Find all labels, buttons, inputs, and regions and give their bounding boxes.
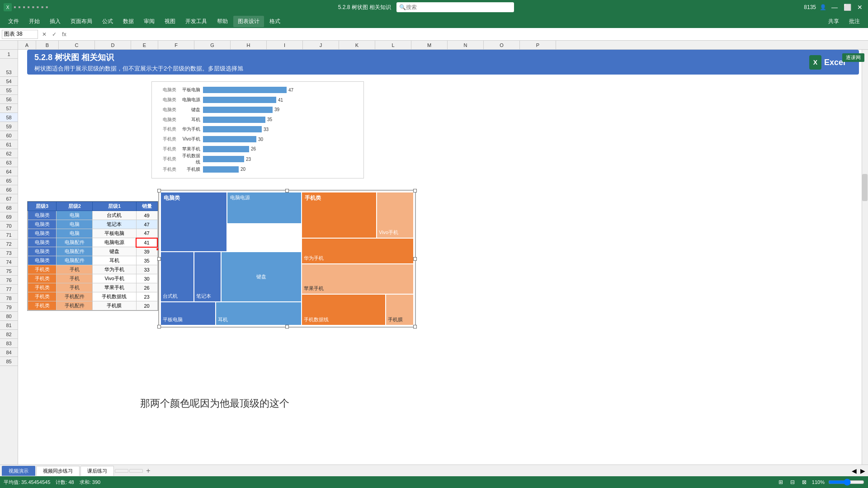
handle-tm[interactable] xyxy=(285,189,289,192)
menu-home[interactable]: 开始 xyxy=(24,16,44,27)
col-header-k[interactable]: K xyxy=(339,41,375,49)
table-row[interactable]: 电脑类 电脑 台式机 49 xyxy=(28,211,158,220)
insert-function-button[interactable]: fx xyxy=(60,30,69,39)
menu-dev[interactable]: 开发工具 xyxy=(181,16,212,27)
row-header-63[interactable]: 63 xyxy=(0,158,18,167)
handle-mr[interactable] xyxy=(413,257,417,261)
close-button[interactable]: ✕ xyxy=(855,3,864,12)
row-header-80[interactable]: 80 xyxy=(0,312,18,321)
cancel-formula-button[interactable]: ✕ xyxy=(40,30,49,39)
row-header-70[interactable]: 70 xyxy=(0,221,18,230)
table-row[interactable]: 手机类 手机 Vivo手机 30 xyxy=(28,274,158,283)
menu-help[interactable]: 帮助 xyxy=(212,16,232,27)
row-header-66[interactable]: 66 xyxy=(0,185,18,194)
scrollbar-thumb[interactable] xyxy=(862,174,868,201)
row-header-82[interactable]: 82 xyxy=(0,330,18,339)
table-row[interactable]: 电脑类 电脑配件 耳机 35 xyxy=(28,256,158,265)
row-header-54[interactable]: 54 xyxy=(0,77,18,86)
table-row[interactable]: 电脑类 电脑配件 电脑电源 41 xyxy=(28,238,158,247)
row-header-81[interactable]: 81 xyxy=(0,321,18,330)
minimize-button[interactable]: — xyxy=(830,3,839,12)
col-header-h[interactable]: H xyxy=(231,41,267,49)
search-input[interactable] xyxy=(406,4,511,10)
col-header-o[interactable]: O xyxy=(484,41,520,49)
row-header-67[interactable]: 67 xyxy=(0,194,18,203)
row-header-79[interactable]: 79 xyxy=(0,303,18,312)
scroll-right-button[interactable]: ▶ xyxy=(859,466,866,475)
table-row[interactable]: 手机类 手机 华为手机 33 xyxy=(28,265,158,274)
row-header-58[interactable]: 58 xyxy=(0,113,18,122)
menu-chart-design[interactable]: 图表设计 xyxy=(233,16,264,27)
tab-extra2[interactable] xyxy=(129,469,143,473)
row-header-85[interactable]: 85 xyxy=(0,357,18,366)
row-header-75[interactable]: 75 xyxy=(0,267,18,276)
col-header-c[interactable]: C xyxy=(59,41,95,49)
row-header-73[interactable]: 73 xyxy=(0,249,18,258)
share-button[interactable]: 共享 xyxy=(824,16,844,27)
cell-reference[interactable]: 图表 38 xyxy=(2,30,38,39)
menu-data[interactable]: 数据 xyxy=(118,16,138,27)
menu-review[interactable]: 审阅 xyxy=(139,16,159,27)
row-header-56[interactable]: 56 xyxy=(0,95,18,104)
treemap-chart[interactable]: 电脑类 电脑电源 xyxy=(158,190,416,328)
col-header-n[interactable]: N xyxy=(448,41,484,49)
row-header-78[interactable]: 78 xyxy=(0,294,18,303)
menu-file[interactable]: 文件 xyxy=(4,16,24,27)
handle-bl[interactable] xyxy=(157,325,161,328)
table-row[interactable]: 手机类 手机 苹果手机 26 xyxy=(28,283,158,292)
row-header-1[interactable]: 1 xyxy=(0,50,18,59)
col-header-i[interactable]: I xyxy=(267,41,303,49)
menu-format[interactable]: 格式 xyxy=(265,16,285,27)
row-header-77[interactable]: 77 xyxy=(0,285,18,294)
handle-bm[interactable] xyxy=(285,325,289,328)
col-header-b[interactable]: B xyxy=(36,41,59,49)
row-header-69[interactable]: 69 xyxy=(0,212,18,221)
row-header-61[interactable]: 61 xyxy=(0,140,18,149)
row-header-74[interactable]: 74 xyxy=(0,258,18,267)
page-break-icon[interactable]: ⊠ xyxy=(800,478,808,486)
row-header-71[interactable]: 71 xyxy=(0,230,18,239)
row-header-53[interactable]: 53 xyxy=(0,68,18,77)
restore-button[interactable]: ⬜ xyxy=(843,3,852,12)
bar-chart[interactable]: 电脑类 平板电脑 47 电脑类 电脑电源 41 电脑类 键盘 xyxy=(151,81,364,178)
search-bar[interactable]: 🔍 xyxy=(396,2,514,12)
handle-tl[interactable] xyxy=(157,189,161,192)
tab-video-demo[interactable]: 视频演示 xyxy=(2,466,35,476)
col-header-j[interactable]: J xyxy=(303,41,339,49)
menu-formula[interactable]: 公式 xyxy=(98,16,118,27)
col-header-a[interactable]: A xyxy=(18,41,36,49)
handle-ml[interactable] xyxy=(157,257,161,261)
col-header-e[interactable]: E xyxy=(131,41,158,49)
add-tab-button[interactable]: + xyxy=(144,466,153,475)
row-header-65[interactable]: 65 xyxy=(0,176,18,185)
row-header-59[interactable]: 59 xyxy=(0,122,18,131)
zoom-slider[interactable] xyxy=(828,479,864,486)
tab-sync-practice[interactable]: 视频同步练习 xyxy=(36,466,80,476)
table-row[interactable]: 电脑类 电脑 笔记本 47 xyxy=(28,220,158,229)
table-row[interactable]: 电脑类 电脑 平板电脑 47 xyxy=(28,229,158,238)
table-row[interactable]: 手机类 手机配件 手机数据线 23 xyxy=(28,292,158,301)
row-header-62[interactable]: 62 xyxy=(0,149,18,158)
row-header-83[interactable]: 83 xyxy=(0,339,18,348)
col-header-g[interactable]: G xyxy=(194,41,231,49)
col-header-p[interactable]: P xyxy=(520,41,556,49)
tab-after-practice[interactable]: 课后练习 xyxy=(80,466,114,476)
row-header-76[interactable]: 76 xyxy=(0,276,18,285)
row-header-64[interactable]: 64 xyxy=(0,167,18,176)
data-table[interactable]: 层级3 层级2 层级1 销量 电脑类 电脑 台式机 49 xyxy=(27,201,158,311)
row-header-55[interactable]: 55 xyxy=(0,86,18,95)
formula-input[interactable] xyxy=(71,30,866,39)
row-header-60[interactable]: 60 xyxy=(0,131,18,140)
menu-insert[interactable]: 插入 xyxy=(45,16,65,27)
confirm-formula-button[interactable]: ✓ xyxy=(50,30,59,39)
row-header-68[interactable]: 68 xyxy=(0,203,18,212)
page-layout-icon[interactable]: ⊟ xyxy=(788,478,797,486)
row-header-72[interactable]: 72 xyxy=(0,239,18,249)
normal-view-icon[interactable]: ⊞ xyxy=(777,478,785,486)
col-header-m[interactable]: M xyxy=(411,41,448,49)
menu-view[interactable]: 视图 xyxy=(160,16,180,27)
col-header-l[interactable]: L xyxy=(375,41,411,49)
table-row[interactable]: 电脑类 电脑配件 键盘 39 xyxy=(28,247,158,256)
vertical-scrollbar[interactable] xyxy=(862,50,868,465)
row-header-84[interactable]: 84 xyxy=(0,348,18,357)
